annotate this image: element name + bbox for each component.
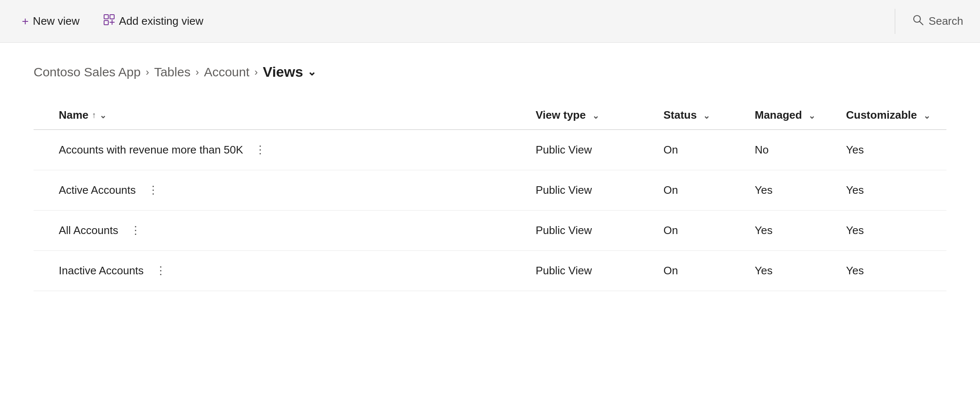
svg-line-6 [920,22,923,25]
breadcrumb-account[interactable]: Account [204,65,249,79]
cell-status-1: On [664,170,755,211]
breadcrumb-sep-2: › [196,66,199,78]
cell-managed-0: No [755,130,846,170]
breadcrumb-tables[interactable]: Tables [154,65,191,79]
breadcrumb: Contoso Sales App › Tables › Account › V… [34,64,946,80]
breadcrumb-app[interactable]: Contoso Sales App [34,65,141,79]
cell-managed-2: Yes [755,211,846,251]
row-more-button-0[interactable]: ⋮ [251,142,270,158]
column-header-managed[interactable]: Managed ⌄ [755,101,846,130]
toolbar: + New view Add existing view Searc [0,0,980,43]
new-view-button[interactable]: + New view [17,11,85,31]
cell-status-0: On [664,130,755,170]
cell-managed-3: Yes [755,251,846,291]
cell-viewtype-0: Public View [536,130,664,170]
toolbar-left: + New view Add existing view [17,10,209,32]
column-header-status[interactable]: Status ⌄ [664,101,755,130]
cell-customizable-2: Yes [846,211,946,251]
cell-name-0: Accounts with revenue more than 50K ⋮ [34,130,536,170]
column-header-viewtype[interactable]: View type ⌄ [536,101,664,130]
new-view-label: New view [33,15,79,28]
breadcrumb-current-label: Views [263,64,303,80]
status-chevron-icon: ⌄ [703,111,710,120]
search-icon [912,14,924,29]
managed-chevron-icon: ⌄ [808,111,815,120]
sort-desc-icon[interactable]: ⌄ [99,110,107,120]
cell-name-1: Active Accounts ⋮ [34,170,536,211]
breadcrumb-sep-3: › [254,66,258,78]
viewtype-chevron-icon: ⌄ [592,111,599,120]
cell-viewtype-1: Public View [536,170,664,211]
row-name-text-3: Inactive Accounts [59,264,144,277]
row-more-button-1[interactable]: ⋮ [144,182,163,198]
column-header-name[interactable]: Name ↑ ⌄ [34,101,536,130]
column-header-customizable[interactable]: Customizable ⌄ [846,101,946,130]
cell-viewtype-2: Public View [536,211,664,251]
cell-name-3: Inactive Accounts ⋮ [34,251,536,291]
add-existing-view-button[interactable]: Add existing view [98,10,209,32]
breadcrumb-current[interactable]: Views ⌄ [263,64,316,80]
svg-rect-1 [110,15,114,19]
breadcrumb-dropdown-icon: ⌄ [307,65,316,78]
cell-viewtype-3: Public View [536,251,664,291]
table-row: All Accounts ⋮ Public View On Yes Yes [34,211,946,251]
table-header-row: Name ↑ ⌄ View type ⌄ Status ⌄ Managed ⌄ [34,101,946,130]
views-table: Name ↑ ⌄ View type ⌄ Status ⌄ Managed ⌄ [34,101,946,291]
row-name-text-0: Accounts with revenue more than 50K [59,143,243,156]
customizable-chevron-icon: ⌄ [923,111,930,120]
cell-customizable-3: Yes [846,251,946,291]
cell-managed-1: Yes [755,170,846,211]
name-sort-controls: Name ↑ ⌄ [59,109,107,122]
row-more-button-3[interactable]: ⋮ [152,263,170,279]
column-managed-label: Managed [755,109,802,121]
cell-customizable-0: Yes [846,130,946,170]
cell-name-2: All Accounts ⋮ [34,211,536,251]
row-name-text-1: Active Accounts [59,184,136,197]
column-name-label: Name [59,109,89,122]
column-customizable-label: Customizable [846,109,917,121]
column-viewtype-label: View type [536,109,585,121]
svg-point-5 [914,16,920,22]
table-row: Accounts with revenue more than 50K ⋮ Pu… [34,130,946,170]
svg-rect-2 [104,21,108,25]
cell-customizable-1: Yes [846,170,946,211]
row-more-button-2[interactable]: ⋮ [127,222,145,239]
search-label: Search [929,15,963,28]
add-existing-view-icon [103,14,115,29]
table-row: Active Accounts ⋮ Public View On Yes Yes [34,170,946,211]
sort-asc-icon[interactable]: ↑ [92,110,96,120]
main-content: Contoso Sales App › Tables › Account › V… [0,43,980,393]
table-row: Inactive Accounts ⋮ Public View On Yes Y… [34,251,946,291]
column-status-label: Status [664,109,697,121]
cell-status-3: On [664,251,755,291]
toolbar-search[interactable]: Search [895,9,963,34]
add-existing-view-label: Add existing view [119,15,204,28]
new-view-icon: + [22,15,29,28]
breadcrumb-sep-1: › [146,66,149,78]
svg-rect-0 [104,15,108,19]
row-name-text-2: All Accounts [59,224,118,237]
cell-status-2: On [664,211,755,251]
